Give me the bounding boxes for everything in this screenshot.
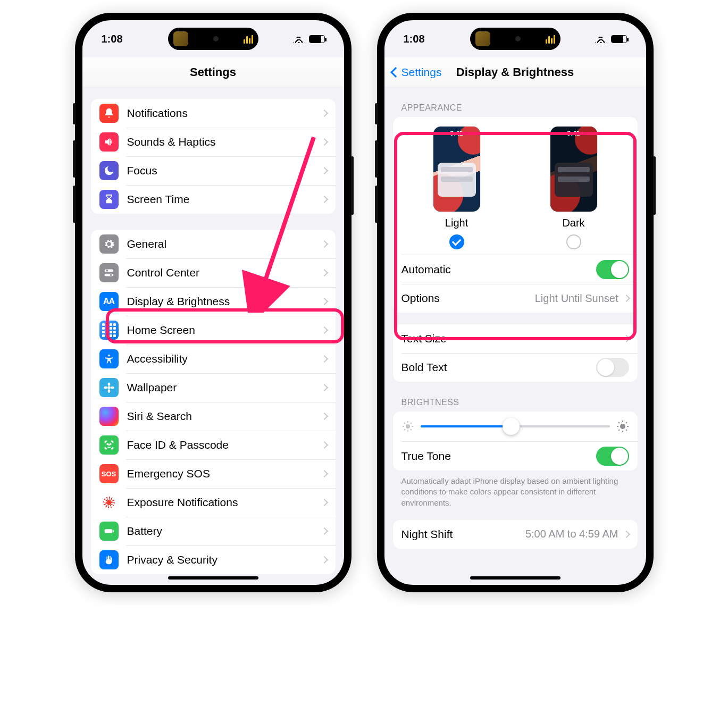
row-label: Automatic [401,263,596,276]
brightness-slider[interactable] [421,425,610,427]
svg-point-6 [107,382,110,385]
row-accessibility[interactable]: Accessibility [91,345,336,373]
svg-point-10 [107,443,108,444]
chevron-right-icon [320,269,328,276]
row-night-shift[interactable]: Night Shift 5:00 AM to 4:59 AM [393,520,638,549]
phone-left: 1:08 Settings Notifications Sounds [75,13,352,592]
appearance-label-dark: Dark [562,217,584,229]
row-general[interactable]: General [91,230,336,258]
flower-icon [99,378,119,397]
chevron-right-icon [320,527,328,535]
home-indicator[interactable] [168,576,258,580]
settings-group-1: Notifications Sounds & Haptics Focus Scr… [91,99,336,214]
battery-icon [611,35,627,43]
row-label: Focus [127,164,322,177]
row-home-screen[interactable]: Home Screen [91,316,336,345]
back-button[interactable]: Settings [392,66,442,79]
row-focus[interactable]: Focus [91,156,336,185]
section-header-appearance: APPEARANCE [401,103,629,113]
appearance-dark[interactable]: 9:41 Dark [550,127,597,249]
row-label: Sounds & Haptics [127,136,322,148]
home-indicator[interactable] [470,576,560,580]
sun-min-icon [401,420,414,433]
chevron-right-icon [320,441,328,449]
row-notifications[interactable]: Notifications [91,99,336,128]
text-size-icon: AA [99,292,119,311]
appearance-light[interactable]: 9:41 Light [433,127,480,249]
chevron-right-icon [320,470,328,477]
row-sos[interactable]: SOS Emergency SOS [91,459,336,488]
status-time: 1:08 [404,33,425,45]
row-label: Exposure Notifications [127,496,322,509]
row-text-size[interactable]: Text Size [393,324,638,353]
night-shift-group: Night Shift 5:00 AM to 4:59 AM [393,520,638,549]
appearance-preview-dark: 9:41 [550,127,597,212]
svg-rect-0 [104,270,113,272]
row-label: Notifications [127,107,322,120]
svg-line-20 [404,423,405,424]
row-battery[interactable]: Battery [91,517,336,545]
svg-point-9 [111,387,114,389]
row-wallpaper[interactable]: Wallpaper [91,373,336,402]
svg-rect-1 [104,274,113,276]
speaker-icon [99,132,119,152]
toggle-true-tone[interactable] [596,447,629,466]
svg-point-15 [406,424,410,429]
appearance-label-light: Light [445,217,468,229]
svg-point-5 [107,386,111,389]
chevron-right-icon [320,499,328,506]
exposure-icon [99,493,119,512]
brightness-group: True Tone [393,412,638,471]
toggle-bold-text[interactable] [596,358,629,377]
chevron-right-icon [320,298,328,305]
chevron-right-icon [622,335,630,342]
row-detail: Light Until Sunset [535,292,618,305]
row-control-center[interactable]: Control Center [91,258,336,287]
dynamic-island[interactable] [168,28,258,50]
row-label: General [127,238,322,250]
svg-line-21 [411,429,412,430]
row-sounds[interactable]: Sounds & Haptics [91,128,336,156]
row-exposure[interactable]: Exposure Notifications [91,488,336,517]
back-label: Settings [401,66,442,79]
toggle-automatic[interactable] [596,260,629,279]
chevron-left-icon [390,67,401,78]
chevron-right-icon [320,196,328,203]
row-bold-text: Bold Text [393,353,638,382]
true-tone-footer: Automatically adapt iPhone display based… [401,476,629,508]
row-screen-time[interactable]: Screen Time [91,185,336,214]
chevron-right-icon [320,167,328,174]
audio-eq-icon [244,34,253,44]
row-label: Night Shift [401,528,525,541]
faceid-icon [99,435,119,455]
svg-line-32 [626,422,627,423]
svg-line-30 [626,430,627,431]
sun-max-icon [616,420,629,433]
switches-icon [99,263,119,282]
chevron-right-icon [320,138,328,146]
svg-point-24 [620,424,625,429]
text-group: Text Size Bold Text [393,324,638,382]
row-label: Options [401,292,535,305]
svg-line-22 [404,429,405,430]
svg-line-31 [618,430,620,431]
phone-right: 1:08 Settings Display & Brightness APPEA… [377,13,654,592]
chevron-right-icon [320,556,328,564]
radio-light[interactable] [449,234,464,249]
row-faceid[interactable]: Face ID & Passcode [91,431,336,459]
svg-point-4 [108,355,110,357]
dynamic-island[interactable] [470,28,560,50]
row-options[interactable]: Options Light Until Sunset [393,284,638,313]
wifi-icon [595,35,607,43]
row-privacy[interactable]: Privacy & Security [91,545,336,574]
now-playing-art [173,31,188,46]
row-label: Siri & Search [127,410,322,423]
nav-bar: Settings Display & Brightness [384,57,646,87]
svg-line-29 [618,422,620,423]
row-siri[interactable]: Siri & Search [91,402,336,431]
svg-rect-12 [104,529,112,533]
row-display-brightness[interactable]: AA Display & Brightness [91,287,336,316]
svg-point-11 [110,443,111,444]
svg-point-8 [104,387,107,389]
radio-dark[interactable] [566,234,581,249]
